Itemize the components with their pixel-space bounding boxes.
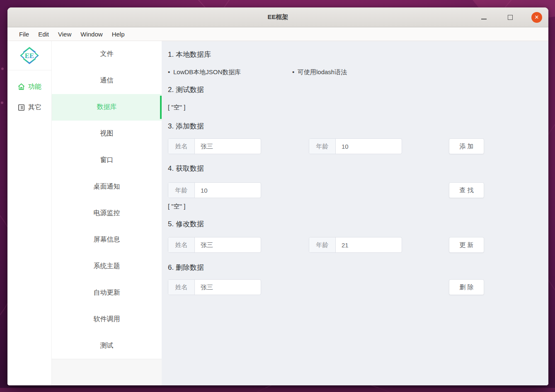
delete-form-row: 姓名 删 除 xyxy=(168,279,542,295)
menu-help[interactable]: Help xyxy=(107,29,129,39)
nav-footer xyxy=(52,359,162,385)
minimize-button[interactable] xyxy=(478,12,489,23)
sidebar-item-features[interactable]: 功能 xyxy=(17,82,41,91)
section-heading-delete: 6. 删除数据 xyxy=(168,263,542,272)
delete-name-label: 姓名 xyxy=(168,280,195,295)
nav-item-auto-update[interactable]: 自动更新 xyxy=(52,279,162,306)
minimize-icon xyxy=(481,19,487,19)
search-button[interactable]: 查 找 xyxy=(449,182,484,198)
sidebar-item-other[interactable]: 其它 xyxy=(17,103,41,112)
section-heading-local-db: 1. 本地数据库 xyxy=(168,50,542,59)
svg-text:EE: EE xyxy=(25,52,34,60)
ee-logo-icon: EE xyxy=(19,46,39,65)
update-name-input[interactable] xyxy=(195,237,261,252)
get-age-label: 年龄 xyxy=(168,183,195,198)
list-icon xyxy=(17,104,25,111)
app-body: EE 功能 其它 文件 通信 xyxy=(7,41,548,385)
add-name-input[interactable] xyxy=(195,139,261,154)
add-name-label: 姓名 xyxy=(168,139,195,154)
home-icon xyxy=(17,83,25,91)
add-age-group: 年龄 xyxy=(309,138,402,154)
update-age-group: 年龄 xyxy=(309,237,402,253)
nav-item-power-monitor[interactable]: 电源监控 xyxy=(52,200,162,227)
sidebar-item-label: 功能 xyxy=(28,82,41,91)
menu-view[interactable]: View xyxy=(53,29,76,39)
delete-name-input[interactable] xyxy=(195,280,261,295)
main-content: 1. 本地数据库 LowDB本地JSON数据库 可使用lodash语法 2. 测… xyxy=(162,41,548,385)
update-age-input[interactable] xyxy=(336,237,402,252)
bullet-lodash: 可使用lodash语法 xyxy=(292,68,347,76)
nav-item-view[interactable]: 视图 xyxy=(52,121,162,147)
window-controls: ✕ xyxy=(478,7,542,27)
update-button[interactable]: 更 新 xyxy=(449,237,484,253)
update-name-label: 姓名 xyxy=(168,237,195,252)
add-name-group: 姓名 xyxy=(168,138,261,154)
sidebar-rail: EE 功能 其它 xyxy=(7,41,52,385)
get-age-input[interactable] xyxy=(195,183,261,198)
nav-menu: 文件 通信 数据库 视图 窗口 桌面通知 电源监控 屏幕信息 系统主题 自动更新… xyxy=(52,41,162,385)
logo-box: EE xyxy=(7,41,51,70)
app-window: EE框架 ✕ File Edit View Window Help xyxy=(7,7,548,385)
close-icon: ✕ xyxy=(535,15,539,20)
add-age-label: 年龄 xyxy=(309,139,336,154)
update-name-group: 姓名 xyxy=(168,237,261,253)
local-db-bullets: LowDB本地JSON数据库 可使用lodash语法 xyxy=(168,68,542,76)
nav-item-notification[interactable]: 桌面通知 xyxy=(52,174,162,200)
nav-item-system-theme[interactable]: 系统主题 xyxy=(52,253,162,279)
section-heading-get: 4. 获取数据 xyxy=(168,164,542,173)
nav-item-software-call[interactable]: 软件调用 xyxy=(52,306,162,332)
menu-file[interactable]: File xyxy=(15,29,34,39)
test-data-result: [ "空" ] xyxy=(168,103,542,111)
get-result: [ "空" ] xyxy=(168,202,542,211)
section-heading-update: 5. 修改数据 xyxy=(168,219,542,229)
nav-item-file[interactable]: 文件 xyxy=(52,41,162,68)
update-age-label: 年龄 xyxy=(309,237,336,252)
nav-item-database[interactable]: 数据库 xyxy=(52,94,162,121)
window-title: EE框架 xyxy=(267,13,288,21)
nav-item-window[interactable]: 窗口 xyxy=(52,147,162,174)
menu-window[interactable]: Window xyxy=(76,29,107,39)
get-age-group: 年龄 xyxy=(168,182,261,198)
update-form-row: 姓名 年龄 更 新 xyxy=(168,237,542,253)
delete-button[interactable]: 删 除 xyxy=(449,279,484,295)
nav-item-screen-info[interactable]: 屏幕信息 xyxy=(52,226,162,253)
maximize-icon xyxy=(508,15,513,20)
titlebar[interactable]: EE框架 ✕ xyxy=(7,7,548,27)
delete-name-group: 姓名 xyxy=(168,279,261,295)
bullet-lowdb: LowDB本地JSON数据库 xyxy=(168,68,292,76)
nav-item-test[interactable]: 测试 xyxy=(52,332,162,359)
section-heading-add: 3. 添加数据 xyxy=(168,121,542,131)
sidebar-item-label: 其它 xyxy=(28,103,41,112)
menubar: File Edit View Window Help xyxy=(7,27,548,41)
nav-item-communication[interactable]: 通信 xyxy=(52,68,162,94)
get-form-row: 年龄 查 找 xyxy=(168,182,542,198)
add-button[interactable]: 添 加 xyxy=(449,138,484,154)
add-form-row: 姓名 年龄 添 加 xyxy=(168,138,542,154)
section-heading-test-data: 2. 测试数据 xyxy=(168,85,542,94)
add-age-input[interactable] xyxy=(336,139,402,154)
maximize-button[interactable] xyxy=(505,12,516,23)
menu-edit[interactable]: Edit xyxy=(34,29,53,39)
close-button[interactable]: ✕ xyxy=(531,12,542,23)
